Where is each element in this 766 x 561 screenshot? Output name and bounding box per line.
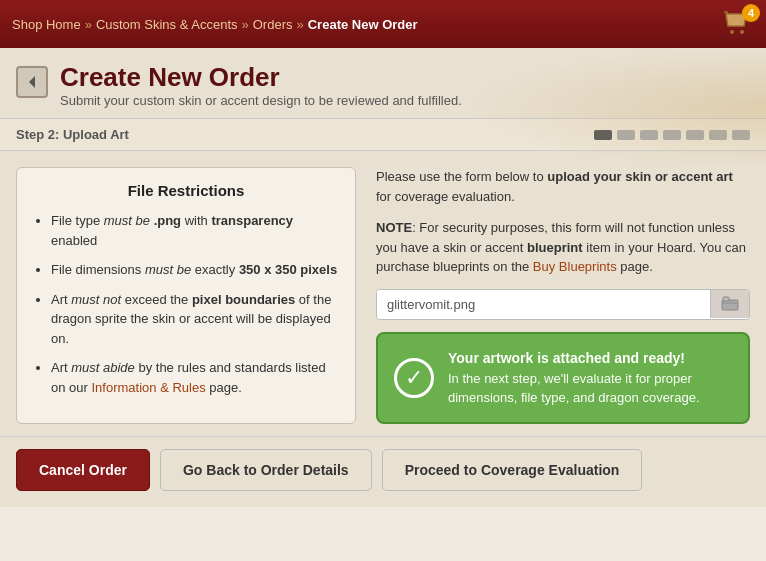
- step-dot-4: [663, 130, 681, 140]
- page-title-block: Create New Order Submit your custom skin…: [60, 62, 462, 108]
- file-input-row: [376, 289, 750, 320]
- step-label: Step 2: Upload Art: [16, 127, 129, 142]
- restriction-item-1: File type must be .png with transparency…: [51, 211, 339, 250]
- proceed-button[interactable]: Proceed to Coverage Evaluation: [382, 449, 643, 491]
- success-text: Your artwork is attached and ready! In t…: [448, 348, 732, 408]
- instructions-bold: upload your skin or accent art: [547, 169, 733, 184]
- note-label: NOTE: [376, 220, 412, 235]
- breadcrumb-current: Create New Order: [308, 17, 418, 32]
- breadcrumb-sep3: »: [296, 17, 303, 32]
- restriction-item-2: File dimensions must be exactly 350 x 35…: [51, 260, 339, 280]
- page-subtitle: Submit your custom skin or accent design…: [60, 93, 462, 108]
- go-back-button[interactable]: Go Back to Order Details: [160, 449, 372, 491]
- step-dot-2: [617, 130, 635, 140]
- success-title: Your artwork is attached and ready!: [448, 350, 685, 366]
- breadcrumb-orders[interactable]: Orders: [253, 17, 293, 32]
- page-header: Create New Order Submit your custom skin…: [0, 48, 766, 118]
- step-dots: [594, 130, 750, 140]
- note-end: page.: [617, 259, 653, 274]
- svg-point-0: [730, 30, 734, 34]
- note-box: NOTE: For security purposes, this form w…: [376, 218, 750, 277]
- step-dot-5: [686, 130, 704, 140]
- cancel-order-button[interactable]: Cancel Order: [16, 449, 150, 491]
- restrictions-panel: File Restrictions File type must be .png…: [16, 167, 356, 424]
- top-bar: Shop Home » Custom Skins & Accents » Ord…: [0, 0, 766, 48]
- success-check-icon: ✓: [394, 358, 434, 398]
- buy-blueprints-link[interactable]: Buy Blueprints: [533, 259, 617, 274]
- step-dot-3: [640, 130, 658, 140]
- cart-area: 4: [722, 8, 754, 40]
- breadcrumb-shop-home[interactable]: Shop Home: [12, 17, 81, 32]
- success-box: ✓ Your artwork is attached and ready! In…: [376, 332, 750, 424]
- step-dot-7: [732, 130, 750, 140]
- cart-icon[interactable]: 4: [722, 8, 754, 40]
- content-grid: File Restrictions File type must be .png…: [0, 151, 766, 436]
- upload-instructions: Please use the form below to upload your…: [376, 167, 750, 206]
- footer-buttons: Cancel Order Go Back to Order Details Pr…: [0, 436, 766, 507]
- info-rules-link[interactable]: Information & Rules: [91, 380, 205, 395]
- instructions-end: for coverage evaluation.: [376, 189, 515, 204]
- restrictions-list: File type must be .png with transparency…: [33, 211, 339, 397]
- upload-panel: Please use the form below to upload your…: [376, 167, 750, 424]
- file-input[interactable]: [377, 290, 710, 319]
- instructions-plain: Please use the form below to: [376, 169, 547, 184]
- breadcrumb-sep1: »: [85, 17, 92, 32]
- restriction-item-4: Art must abide by the rules and standard…: [51, 358, 339, 397]
- svg-rect-4: [723, 297, 729, 301]
- main-area: Create New Order Submit your custom skin…: [0, 48, 766, 507]
- success-body: In the next step, we'll evaluate it for …: [448, 371, 700, 406]
- breadcrumb-custom-skins[interactable]: Custom Skins & Accents: [96, 17, 238, 32]
- restriction-item-3: Art must not exceed the pixel boundaries…: [51, 290, 339, 349]
- step-dot-6: [709, 130, 727, 140]
- restrictions-heading: File Restrictions: [33, 182, 339, 199]
- step-indicator: Step 2: Upload Art: [0, 118, 766, 151]
- svg-point-1: [740, 30, 744, 34]
- cart-badge: 4: [742, 4, 760, 22]
- file-browse-button[interactable]: [710, 290, 749, 318]
- back-arrow-button[interactable]: [16, 66, 48, 98]
- blueprint-text: blueprint: [527, 240, 583, 255]
- step-dot-1: [594, 130, 612, 140]
- svg-marker-2: [29, 76, 35, 88]
- page-title: Create New Order: [60, 62, 462, 93]
- breadcrumb: Shop Home » Custom Skins & Accents » Ord…: [12, 17, 418, 32]
- breadcrumb-sep2: »: [242, 17, 249, 32]
